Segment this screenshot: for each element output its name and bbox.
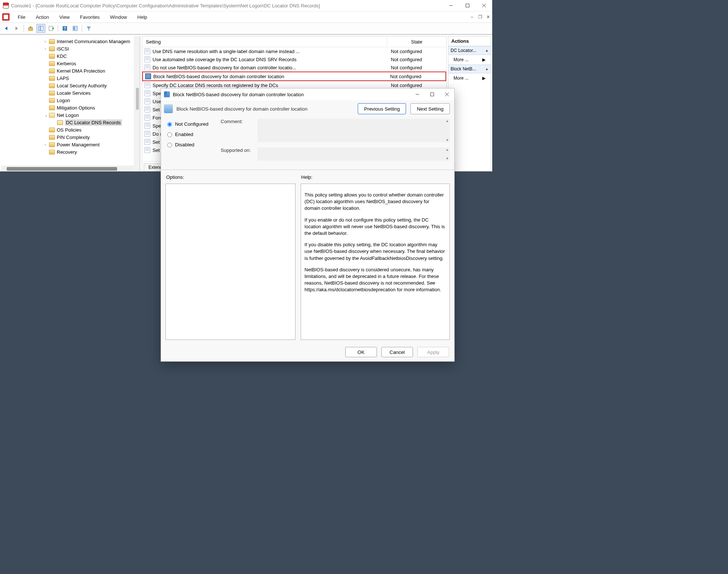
- folder-icon: [49, 69, 55, 73]
- tree-item-label: Locale Services: [57, 90, 91, 96]
- tree-item-kernel-dma-protection[interactable]: Kernel DMA Protection: [1, 67, 140, 74]
- tree-item-pin-complexity[interactable]: PIN Complexity: [1, 133, 140, 141]
- actions-header: Actions: [448, 36, 491, 46]
- folder-icon: [49, 83, 55, 88]
- list-row[interactable]: Do not use NetBIOS-based discovery for d…: [142, 63, 446, 72]
- tree-item-label: Kerberos: [57, 61, 76, 66]
- col-setting[interactable]: Setting: [142, 37, 387, 46]
- tree-item-local-security-authority[interactable]: Local Security Authority: [1, 82, 140, 89]
- next-setting-button[interactable]: Next Setting: [410, 103, 450, 114]
- app-icon: [3, 3, 9, 8]
- radio-not-configured[interactable]: Not Configured: [165, 119, 221, 129]
- close-button[interactable]: [476, 0, 492, 11]
- tree-item-kdc[interactable]: KDC: [1, 52, 140, 60]
- tree-item-mitigation-options[interactable]: Mitigation Options: [1, 104, 140, 111]
- actions-group-label: Block NetB...: [451, 66, 476, 72]
- chevron-down-icon: ⌄: [45, 113, 48, 117]
- dialog-close-button[interactable]: [440, 88, 454, 100]
- previous-setting-button[interactable]: Previous Setting: [358, 103, 406, 114]
- forward-button[interactable]: [13, 24, 21, 33]
- tree-item-label: Mitigation Options: [57, 105, 95, 111]
- toolbar-separator: [82, 25, 82, 32]
- col-state[interactable]: State: [387, 37, 446, 46]
- collapse-icon: ▲: [485, 67, 489, 71]
- export-button[interactable]: [47, 24, 56, 33]
- tree-item-kerberos[interactable]: Kerberos: [1, 60, 140, 67]
- mdi-close-icon[interactable]: ✕: [484, 13, 492, 21]
- actions-more-2[interactable]: More ... ▶: [448, 73, 491, 83]
- help-button[interactable]: ?: [60, 24, 69, 33]
- folder-icon: [49, 150, 55, 154]
- tree-item-label: iSCSI: [57, 46, 69, 52]
- filter-button[interactable]: [84, 24, 93, 33]
- svg-rect-13: [431, 93, 434, 96]
- menu-action[interactable]: Action: [31, 13, 54, 21]
- list-row-text: Use DNS name resolution with a single-la…: [153, 49, 387, 54]
- minimize-button[interactable]: [442, 0, 459, 11]
- actions-group-dc-locator[interactable]: DC Locator... ▲: [448, 46, 491, 55]
- comment-textarea[interactable]: ▲▼: [258, 119, 450, 142]
- list-row[interactable]: Block NetBIOS-based discovery for domain…: [142, 72, 446, 81]
- list-row-state: Not configured: [386, 74, 445, 79]
- toolbar-separator: [58, 25, 58, 32]
- tree-item-label: Local Security Authority: [57, 83, 107, 88]
- dialog-maximize-button[interactable]: [425, 88, 440, 100]
- tree-item-dc-locator-dns-records[interactable]: DC Locator DNS Records: [1, 119, 140, 126]
- tree-item-locale-services[interactable]: Locale Services: [1, 89, 140, 97]
- tree-item-label: OS Policies: [57, 127, 81, 133]
- tree-item-label: LAPS: [57, 76, 69, 81]
- back-button[interactable]: [2, 24, 11, 33]
- tree-item-recovery[interactable]: Recovery: [1, 148, 140, 156]
- tree-item-label: DC Locator DNS Records: [65, 119, 122, 126]
- svg-rect-11: [74, 27, 75, 30]
- folder-icon: [49, 91, 55, 95]
- chevron-right-icon: ▶: [482, 76, 486, 81]
- up-button[interactable]: [26, 24, 35, 33]
- actions-group-block-netb[interactable]: Block NetB... ▲: [448, 65, 491, 73]
- policy-item-icon: [144, 56, 150, 62]
- menu-view[interactable]: View: [54, 13, 75, 21]
- dialog-minimize-button[interactable]: [410, 88, 425, 100]
- policy-item-icon: [144, 90, 150, 96]
- actions-more-label: More ...: [454, 76, 469, 81]
- actions-more-1[interactable]: More ... ▶: [448, 55, 491, 65]
- list-header: Setting State: [142, 36, 446, 47]
- policy-icon: [164, 91, 170, 97]
- maximize-button[interactable]: [459, 0, 476, 11]
- menu-help[interactable]: Help: [132, 13, 153, 21]
- titlebar: Console1 - [Console Root\Local Computer …: [0, 0, 492, 11]
- tree-vscrollbar[interactable]: [134, 36, 140, 171]
- tree-item-net-logon[interactable]: ⌄Net Logon: [1, 111, 140, 119]
- policy-item-icon: [144, 139, 150, 145]
- radio-disabled[interactable]: Disabled: [165, 139, 221, 150]
- mdi-restore-icon[interactable]: ❐: [476, 13, 484, 21]
- window-buttons: [442, 0, 492, 11]
- properties-button[interactable]: [71, 24, 80, 33]
- tree-item-os-policies[interactable]: OS Policies: [1, 126, 140, 133]
- policy-item-icon: [144, 98, 150, 104]
- tree-item-iscsi[interactable]: ›iSCSI: [1, 45, 140, 52]
- svg-rect-1: [466, 4, 469, 7]
- tree-item-logon[interactable]: Logon: [1, 97, 140, 104]
- folder-icon: [49, 46, 55, 51]
- svg-rect-4: [28, 28, 33, 31]
- list-row[interactable]: Use automated site coverage by the DC Lo…: [142, 55, 446, 63]
- menu-file[interactable]: File: [13, 13, 31, 21]
- tree-item-laps[interactable]: LAPS: [1, 74, 140, 82]
- list-row[interactable]: Use DNS name resolution with a single-la…: [142, 47, 446, 55]
- tree-hscrollbar[interactable]: [1, 166, 134, 171]
- tree-item-internet-communication-managem[interactable]: ›Internet Communication Managem: [1, 38, 140, 45]
- menu-window[interactable]: Window: [105, 13, 132, 21]
- show-hide-tree-button[interactable]: [36, 24, 45, 33]
- menu-favorites[interactable]: Favorites: [75, 13, 105, 21]
- mdi-minimize-icon[interactable]: –: [468, 13, 476, 21]
- state-radio-group: Not Configured Enabled Disabled: [165, 119, 221, 166]
- list-row-state: Not configured: [387, 65, 446, 70]
- policy-item-icon: [144, 65, 150, 70]
- tree-item-power-management[interactable]: ›Power Management: [1, 141, 140, 148]
- window-title: Console1 - [Console Root\Local Computer …: [11, 3, 320, 8]
- folder-icon: [49, 76, 55, 81]
- tree-item-label: PIN Complexity: [57, 135, 90, 140]
- radio-enabled[interactable]: Enabled: [165, 129, 221, 139]
- tree-pane: ›Internet Communication Managem›iSCSIKDC…: [1, 36, 140, 171]
